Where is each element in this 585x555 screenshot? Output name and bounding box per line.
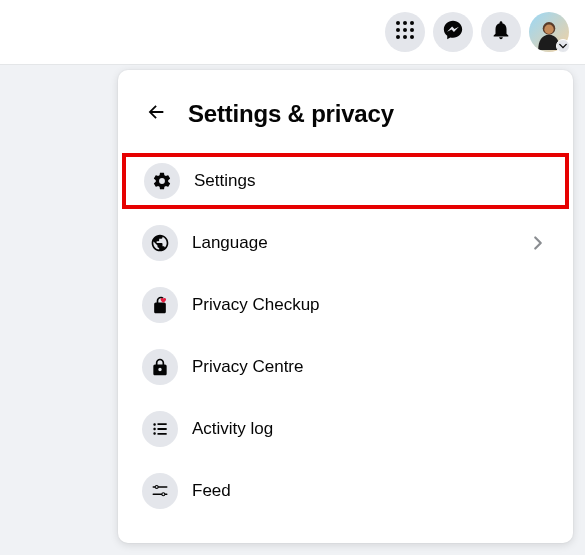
lock-heart-icon: [142, 287, 178, 323]
menu-label: Settings: [194, 171, 547, 191]
back-button[interactable]: [138, 96, 174, 132]
arrow-left-icon: [145, 101, 167, 127]
bell-icon: [490, 19, 512, 45]
settings-privacy-panel: Settings & privacy Settings Language: [118, 70, 573, 543]
svg-point-1: [403, 21, 407, 25]
messenger-icon: [442, 19, 464, 45]
notifications-button[interactable]: [481, 12, 521, 52]
menu-label: Privacy Checkup: [192, 295, 549, 315]
messenger-button[interactable]: [433, 12, 473, 52]
svg-point-5: [410, 28, 414, 32]
menu-item-activity-log[interactable]: Activity log: [124, 401, 567, 457]
menu-label: Privacy Centre: [192, 357, 549, 377]
svg-point-3: [396, 28, 400, 32]
lock-icon: [142, 349, 178, 385]
apps-menu-button[interactable]: [385, 12, 425, 52]
svg-point-7: [403, 35, 407, 39]
account-menu-button[interactable]: [529, 12, 569, 52]
svg-point-13: [156, 486, 158, 488]
menu-item-privacy-centre[interactable]: Privacy Centre: [124, 339, 567, 395]
menu-list: Settings Language Privacy Checkup: [118, 150, 573, 522]
gear-icon: [144, 163, 180, 199]
svg-point-0: [396, 21, 400, 25]
chevron-down-icon: [556, 39, 570, 53]
panel-header: Settings & privacy: [118, 84, 573, 150]
top-nav-bar: [0, 0, 585, 65]
menu-label: Activity log: [192, 419, 549, 439]
svg-point-4: [403, 28, 407, 32]
menu-item-feed[interactable]: Feed: [124, 463, 567, 519]
list-icon: [142, 411, 178, 447]
chevron-right-icon: [527, 232, 549, 254]
svg-point-10: [544, 25, 553, 34]
menu-item-privacy-checkup[interactable]: Privacy Checkup: [124, 277, 567, 333]
svg-point-16: [162, 493, 164, 495]
svg-point-6: [396, 35, 400, 39]
sliders-icon: [142, 473, 178, 509]
globe-icon: [142, 225, 178, 261]
menu-label: Feed: [192, 481, 549, 501]
page-title: Settings & privacy: [188, 100, 394, 128]
menu-item-language[interactable]: Language: [124, 215, 567, 271]
menu-item-settings[interactable]: Settings: [122, 153, 569, 209]
svg-point-8: [410, 35, 414, 39]
menu-label: Language: [192, 233, 513, 253]
svg-point-2: [410, 21, 414, 25]
apps-grid-icon: [395, 20, 415, 44]
